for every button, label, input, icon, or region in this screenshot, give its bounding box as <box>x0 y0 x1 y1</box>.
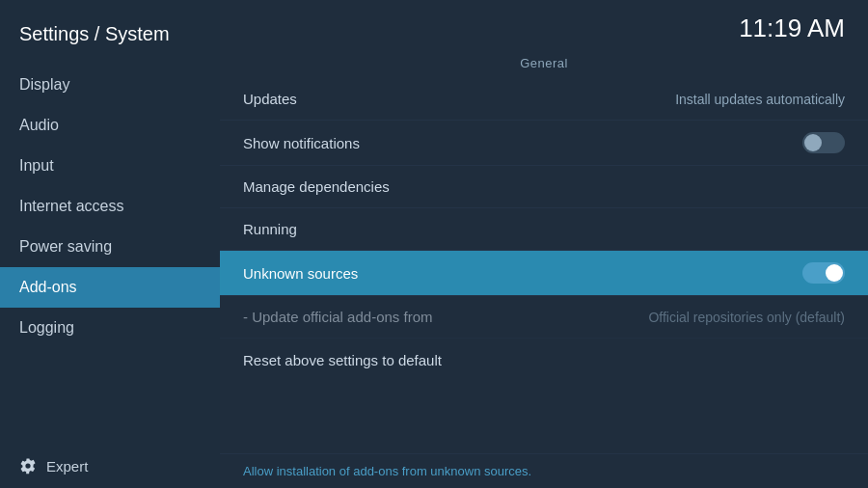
row-label: Running <box>243 221 297 237</box>
sidebar-item-power-saving[interactable]: Power saving <box>0 227 220 267</box>
expert-button[interactable]: Expert <box>0 444 220 488</box>
app-container: Settings / System DisplayAudioInputInter… <box>0 0 868 488</box>
sidebar-item-audio[interactable]: Audio <box>0 105 220 146</box>
settings-row[interactable]: Unknown sources <box>220 251 868 296</box>
settings-area: General UpdatesInstall updates automatic… <box>220 0 868 453</box>
row-label: Show notifications <box>243 135 360 151</box>
sidebar-item-display[interactable]: Display <box>0 65 220 105</box>
sidebar-item-label: Display <box>19 76 69 94</box>
status-text: Allow installation of add-ons from unkno… <box>243 464 531 478</box>
clock: 11:19 AM <box>739 14 845 43</box>
sidebar-item-label: Power saving <box>19 238 112 256</box>
settings-row[interactable]: - Update official add-ons fromOfficial r… <box>220 296 868 339</box>
row-label: Manage dependencies <box>243 178 390 195</box>
sidebar-title: Settings / System <box>0 10 220 65</box>
row-label: Unknown sources <box>243 265 358 282</box>
expert-label: Expert <box>46 458 88 474</box>
top-header: 11:19 AM <box>716 0 868 47</box>
settings-row[interactable]: Reset above settings to default <box>220 339 868 381</box>
toggle-switch[interactable] <box>802 262 845 284</box>
sidebar-item-label: Internet access <box>19 198 124 215</box>
row-value: Official repositories only (default) <box>648 310 845 325</box>
sidebar-item-internet-access[interactable]: Internet access <box>0 186 220 227</box>
toggle-knob <box>826 264 843 282</box>
toggle-knob <box>804 134 822 151</box>
row-label: Updates <box>243 91 297 107</box>
row-value: Install updates automatically <box>675 92 845 107</box>
sidebar-item-label: Add-ons <box>19 279 77 296</box>
settings-row[interactable]: Running <box>220 208 868 251</box>
section-header: General <box>220 48 868 78</box>
row-label: Reset above settings to default <box>243 352 442 368</box>
row-label: - Update official add-ons from <box>243 309 433 325</box>
sidebar-item-logging[interactable]: Logging <box>0 308 220 348</box>
sidebar-item-add-ons[interactable]: Add-ons <box>0 267 220 308</box>
settings-row[interactable]: Manage dependencies <box>220 166 868 208</box>
settings-row[interactable]: Show notifications <box>220 121 868 166</box>
main-content: 11:19 AM General UpdatesInstall updates … <box>220 0 868 488</box>
sidebar-item-label: Input <box>19 157 54 175</box>
settings-row[interactable]: UpdatesInstall updates automatically <box>220 78 868 121</box>
sidebar: Settings / System DisplayAudioInputInter… <box>0 0 220 488</box>
sidebar-item-label: Logging <box>19 319 74 337</box>
sidebar-item-label: Audio <box>19 117 59 134</box>
sidebar-nav: DisplayAudioInputInternet accessPower sa… <box>0 65 220 444</box>
toggle-switch[interactable] <box>802 132 845 153</box>
sidebar-item-input[interactable]: Input <box>0 146 220 186</box>
status-bar: Allow installation of add-ons from unkno… <box>220 453 868 488</box>
gear-icon <box>19 457 37 474</box>
